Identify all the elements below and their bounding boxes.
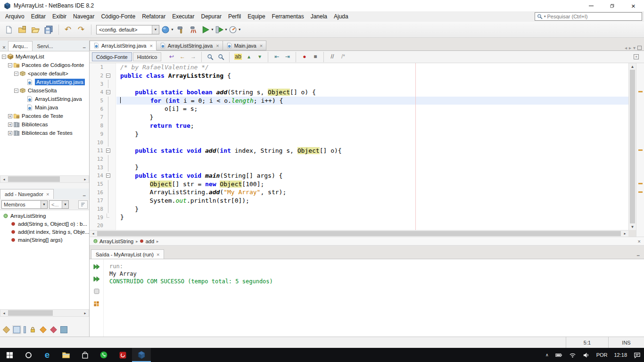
code-line[interactable]: System.out.println(str[0]);: [116, 197, 628, 205]
scroll-tabs-right-icon[interactable]: ▸: [629, 45, 631, 50]
cortana-button[interactable]: [19, 348, 38, 362]
find-next-button[interactable]: [216, 52, 226, 61]
profile-button[interactable]: ▼: [229, 24, 241, 36]
gutter-line[interactable]: 13: [90, 163, 116, 172]
code-line[interactable]: }: [116, 130, 628, 139]
navigator-list[interactable]: ArrayListStringadd(String s, Object[] o)…: [0, 210, 89, 309]
gutter-line[interactable]: 19: [90, 213, 116, 222]
tree-node[interactable]: ArrayListString.java: [0, 95, 89, 103]
gutter-line[interactable]: 11−: [90, 147, 116, 155]
previous-occurrence-button[interactable]: ▴: [244, 52, 254, 61]
whatsapp-button[interactable]: [94, 348, 113, 362]
gutter-line[interactable]: 6: [90, 105, 116, 113]
menu-depurar[interactable]: Depurar: [198, 12, 225, 21]
editor-tab-0[interactable]: ArrayListString.java×: [90, 41, 157, 50]
scroll-right-icon[interactable]: ▸: [82, 310, 89, 316]
last-edit-button[interactable]: ↩: [166, 52, 176, 61]
maximize-editor-icon[interactable]: [637, 46, 642, 50]
gutter-line[interactable]: 12: [90, 155, 116, 164]
gutter-line[interactable]: 14−: [90, 172, 116, 180]
close-tab-icon[interactable]: ×: [260, 43, 263, 49]
record-macro-button[interactable]: ●: [299, 52, 309, 61]
code-line[interactable]: public static boolean add(String s, Obje…: [116, 88, 628, 97]
tree-node[interactable]: +Pacotes de Teste: [0, 112, 89, 120]
gutter-line[interactable]: 15: [90, 180, 116, 189]
gutter-line[interactable]: 3: [90, 80, 116, 88]
code-line[interactable]: public static void main(String[] args) {: [116, 172, 628, 180]
gutter-line[interactable]: 10: [90, 138, 116, 147]
rerun-alt-button[interactable]: [92, 275, 101, 283]
code-line[interactable]: }: [116, 113, 628, 122]
network-button[interactable]: [566, 348, 579, 362]
redo-button[interactable]: ↷: [75, 24, 87, 36]
code-line[interactable]: [116, 138, 628, 147]
undo-button[interactable]: ↶: [62, 24, 74, 36]
tree-toggle-icon[interactable]: +: [8, 123, 12, 127]
code-line[interactable]: Object[] str = new Object[100];: [116, 180, 628, 189]
tree-node[interactable]: −ClasseSolta: [0, 86, 89, 95]
tree-node[interactable]: −Pacotes de Códigos-fonte: [0, 61, 89, 69]
close-breadcrumb-icon[interactable]: ×: [635, 239, 644, 244]
acrobat-button[interactable]: [113, 348, 132, 362]
edge-button[interactable]: e: [38, 348, 57, 362]
gutter-line[interactable]: 16: [90, 188, 116, 197]
navigator-item[interactable]: add(String s, Object[] o) : b...: [0, 220, 89, 228]
navigator-item[interactable]: add(int index, String s, Obje...: [0, 228, 89, 236]
uncomment-button[interactable]: /*: [338, 52, 348, 61]
fold-collapse-icon[interactable]: −: [106, 90, 110, 94]
menu-equipe[interactable]: Equipe: [244, 12, 268, 21]
debug-dropdown-icon[interactable]: ▼: [224, 28, 228, 31]
scroll-right-icon[interactable]: ▸: [621, 230, 628, 237]
open-project-button[interactable]: [29, 24, 41, 36]
palette-icon[interactable]: [24, 326, 26, 333]
editor-horizontal-scrollbar[interactable]: ◂ ▸: [90, 230, 628, 237]
profile-dropdown-icon[interactable]: ▼: [238, 28, 241, 31]
chevron-down-icon[interactable]: ▼: [41, 201, 47, 208]
fold-collapse-icon[interactable]: −: [106, 74, 110, 78]
code-line[interactable]: public static void add(int index, String…: [116, 147, 628, 155]
occurrence-mark[interactable]: [638, 183, 643, 184]
editor-tab-1[interactable]: ArrayListString.java×: [157, 41, 223, 50]
palette-icon[interactable]: [13, 326, 20, 333]
gutter-line[interactable]: 2−: [90, 72, 116, 80]
occurrence-mark[interactable]: [638, 191, 643, 193]
tree-node[interactable]: −<pacote default>: [0, 69, 89, 78]
run-dropdown-icon[interactable]: ▼: [211, 28, 214, 31]
gutter-line[interactable]: 7: [90, 113, 116, 122]
find-selection-button[interactable]: [205, 52, 215, 61]
scroll-left-icon[interactable]: ◂: [90, 230, 97, 237]
tab-arquivos[interactable]: Arqu...: [8, 41, 33, 51]
output-tab[interactable]: Saída - MyArrayList (run) ×: [91, 249, 164, 259]
close-tab-icon[interactable]: ×: [216, 43, 219, 49]
code-line[interactable]: [116, 222, 628, 230]
secondary-filter-select[interactable]: <... ▼: [49, 200, 69, 209]
store-button[interactable]: [75, 348, 94, 362]
battery-button[interactable]: [552, 348, 566, 362]
code-line[interactable]: }: [116, 205, 628, 214]
shift-left-button[interactable]: ⇤: [272, 52, 281, 61]
netbeans-taskbar-button[interactable]: [132, 348, 151, 362]
new-file-button[interactable]: [3, 24, 15, 36]
menu-ajuda[interactable]: Ajuda: [330, 12, 352, 21]
shift-right-button[interactable]: ⇥: [282, 52, 292, 61]
editor-gutter[interactable]: 12−34−567891011−121314−151617181920: [90, 63, 116, 230]
navigator-horizontal-scrollbar[interactable]: ◂ ▸: [0, 309, 89, 317]
palette-icon[interactable]: [40, 326, 46, 333]
output-console[interactable]: run:My ArrayCONSTRUÍDO COM SUCESSO (temp…: [109, 263, 273, 285]
sort-members-button[interactable]: [78, 200, 88, 209]
fold-collapse-icon[interactable]: −: [106, 148, 110, 153]
tab-navegador[interactable]: add - Navegador ×: [0, 189, 54, 199]
build-settings-button[interactable]: [92, 299, 101, 308]
projects-tree[interactable]: −MyArrayList−Pacotes de Códigos-fonte−<p…: [0, 51, 89, 175]
forward-button[interactable]: →: [188, 52, 198, 61]
menu-refatorar[interactable]: Refatorar: [139, 12, 169, 21]
tree-node[interactable]: Main.java: [0, 103, 89, 112]
stop-macro-button[interactable]: ■: [310, 52, 320, 61]
tree-toggle-icon[interactable]: −: [14, 89, 18, 93]
gutter-line[interactable]: 17: [90, 197, 116, 205]
view-c-digo-fonte[interactable]: Código-Fonte: [92, 52, 132, 61]
file-explorer-button[interactable]: [57, 348, 75, 362]
restore-button[interactable]: [602, 0, 623, 11]
scrollbar-thumb[interactable]: [630, 70, 635, 223]
close-navigator-icon[interactable]: ×: [46, 191, 49, 197]
